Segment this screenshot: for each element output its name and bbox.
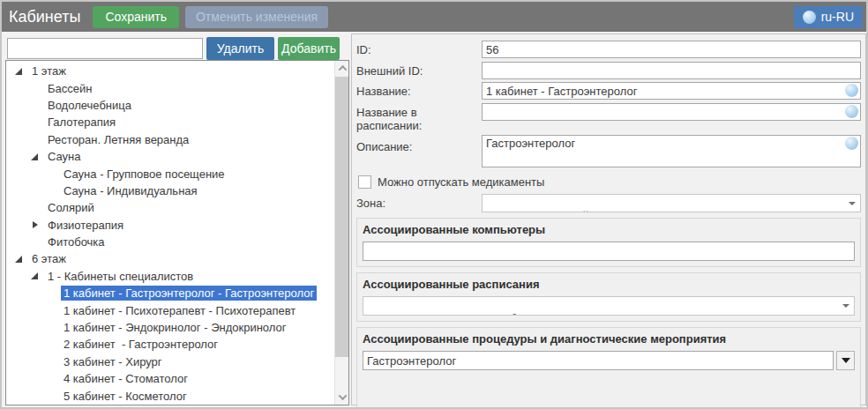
tree-item-label: 3 кабинет - Хирург bbox=[61, 354, 165, 369]
schedules-value: Гастроэнтеролог (1 кабинет специалиста) bbox=[393, 312, 616, 316]
tree-item-label: Водолечебница bbox=[45, 98, 134, 113]
description-label: Описание: bbox=[356, 135, 482, 153]
tree-item-label: 1 - Кабинеты специалистов bbox=[45, 269, 196, 284]
tree-item-label: 1 этаж bbox=[29, 63, 69, 78]
tree-expander-icon[interactable] bbox=[29, 153, 45, 160]
cabinets-app: Кабинеты Сохранить Отменить изменения ru… bbox=[0, 0, 868, 409]
cancel-changes-button[interactable]: Отменить изменения bbox=[185, 6, 328, 28]
tree-item-label: 1 кабинет - Психотерапевт - Психотерапев… bbox=[61, 303, 298, 318]
schedules-section-title: Ассоциированные расписания bbox=[363, 278, 855, 291]
tree-expander-icon[interactable] bbox=[29, 272, 45, 279]
chevron-down-icon bbox=[849, 202, 856, 205]
tree-item-label: Галотерапия bbox=[45, 115, 118, 130]
computers-field[interactable] bbox=[363, 242, 855, 261]
caret-down-icon bbox=[842, 358, 850, 363]
locale-label: ru-RU bbox=[821, 10, 854, 24]
tree-item-label: Ресторан. Летняя веранда bbox=[45, 132, 191, 147]
translate-globe-icon[interactable] bbox=[845, 137, 858, 150]
tree-item-label: 1 кабинет - Эндокринолог - Эндокринолог bbox=[61, 320, 288, 335]
procedures-section-title: Ассоциированные процедуры и диагностичес… bbox=[363, 332, 855, 346]
room-details-form: ID: Внешний ID: Название: Название в рас… bbox=[351, 33, 866, 405]
rooms-tree-panel: 1 этаж Бассейн Водолечебница Галотерапия… bbox=[5, 60, 349, 405]
tree-item[interactable]: Сауна bbox=[6, 148, 333, 165]
schedules-section: Ассоциированные расписания Гастроэнтерол… bbox=[356, 272, 861, 322]
tree-item[interactable]: Солярий bbox=[6, 199, 333, 216]
tree-item-label: Сауна bbox=[45, 149, 84, 164]
tree-item[interactable]: 1 кабинет - Эндокринолог - Эндокринолог bbox=[6, 319, 333, 336]
translate-globe-icon[interactable] bbox=[845, 105, 858, 118]
external-id-label: Внешний ID: bbox=[356, 62, 482, 78]
tree-item[interactable]: 5 кабинет - Косметолог bbox=[6, 387, 333, 404]
tree-item[interactable]: 3 кабинет - Хирург bbox=[6, 353, 333, 370]
tree-item-label: 4 кабинет - Стоматолог bbox=[61, 371, 191, 386]
tree-item[interactable]: Ресторан. Летняя веранда bbox=[6, 131, 333, 148]
page-title: Кабинеты bbox=[9, 8, 80, 26]
tree-item-label: 6 этаж bbox=[29, 251, 69, 266]
computers-section-title: Ассоциированные компьютеры bbox=[363, 223, 855, 236]
tree-item[interactable]: Физиотерапия bbox=[6, 217, 333, 234]
computers-section: Ассоциированные компьютеры bbox=[356, 218, 861, 267]
tree-item[interactable]: Фитобочка bbox=[6, 234, 333, 250]
tree-item[interactable]: 2 кабинет - Гастроэнтеролог bbox=[6, 336, 333, 353]
search-input[interactable] bbox=[7, 38, 203, 59]
tree-item[interactable]: Сауна - Групповое посещение bbox=[6, 165, 333, 182]
tree-item-label: Бассейн bbox=[45, 81, 94, 96]
tree-item[interactable]: 1 этаж bbox=[6, 63, 333, 79]
tree-expander-icon[interactable] bbox=[29, 221, 45, 228]
id-field[interactable] bbox=[482, 41, 861, 58]
procedures-section: Ассоциированные процедуры и диагностичес… bbox=[356, 327, 861, 409]
schedule-name-field[interactable] bbox=[482, 103, 861, 121]
top-bar: Кабинеты Сохранить Отменить изменения ru… bbox=[2, 2, 866, 32]
description-field[interactable]: Гастроэнтеролог bbox=[482, 135, 861, 167]
tree-scrollbar[interactable] bbox=[334, 61, 348, 405]
tree-expander-icon[interactable] bbox=[13, 256, 29, 263]
tree-toolbar: Удалить Добавить bbox=[7, 37, 349, 60]
tree-item-label: Физиотерапия bbox=[45, 218, 126, 233]
save-button[interactable]: Сохранить bbox=[93, 6, 179, 28]
add-button[interactable]: Добавить bbox=[278, 37, 340, 60]
tree-item[interactable]: Сауна - Индивидуальная bbox=[6, 182, 333, 199]
tree-item-label: Сауна - Групповое посещение bbox=[61, 167, 228, 182]
delete-button[interactable]: Удалить bbox=[206, 37, 274, 60]
procedures-field[interactable] bbox=[363, 351, 834, 370]
locale-button[interactable]: ru-RU bbox=[794, 6, 863, 28]
schedules-dropdown[interactable]: Гастроэнтеролог (1 кабинет специалиста) bbox=[363, 296, 855, 316]
tree-item[interactable]: 6 этаж bbox=[6, 250, 333, 267]
translate-globe-icon[interactable] bbox=[845, 84, 858, 97]
globe-icon bbox=[803, 11, 816, 24]
id-label: ID: bbox=[356, 41, 482, 56]
tree-item-label: Сауна - Индивидуальная bbox=[61, 183, 200, 198]
tree-item[interactable]: 1 кабинет - Психотерапевт - Психотерапев… bbox=[6, 301, 333, 318]
tree-item-label: 1 кабинет - Гастроэнтеролог - Гастроэнте… bbox=[61, 286, 317, 301]
dispense-meds-label: Можно отпускать медикаменты bbox=[378, 175, 544, 189]
tree-item-label: Солярий bbox=[45, 200, 97, 215]
name-label: Название: bbox=[356, 82, 482, 98]
tree-item-label: 2 кабинет - Гастроэнтеролог bbox=[61, 337, 221, 352]
scroll-down-icon[interactable] bbox=[335, 390, 349, 405]
zone-value: центральный корпус bbox=[518, 209, 631, 212]
tree-item[interactable]: 4 кабинет - Стоматолог bbox=[6, 370, 333, 387]
tree-item[interactable]: Бассейн bbox=[6, 79, 333, 96]
scrollbar-thumb[interactable] bbox=[335, 77, 349, 357]
zone-label: Зона: bbox=[356, 194, 482, 210]
tree-item-label: Фитобочка bbox=[45, 234, 108, 249]
schedule-name-label: Название в расписании: bbox=[356, 103, 482, 132]
scroll-up-icon[interactable] bbox=[335, 61, 349, 76]
tree-item-label: 5 кабинет - Косметолог bbox=[61, 389, 190, 404]
procedures-dropdown-button[interactable] bbox=[836, 351, 855, 370]
tree-item[interactable]: Галотерапия bbox=[6, 114, 333, 130]
name-field[interactable] bbox=[482, 82, 861, 100]
tree-item[interactable]: 1 - Кабинеты специалистов bbox=[6, 268, 333, 285]
tree-item[interactable]: 1 кабинет - Гастроэнтеролог - Гастроэнте… bbox=[6, 285, 333, 301]
tree-item[interactable]: Водолечебница bbox=[6, 97, 333, 114]
chevron-down-icon bbox=[842, 304, 849, 308]
rooms-tree: 1 этаж Бассейн Водолечебница Галотерапия… bbox=[6, 63, 333, 405]
zone-dropdown[interactable]: центральный корпус bbox=[482, 194, 861, 212]
dispense-meds-checkbox[interactable] bbox=[358, 175, 371, 189]
external-id-field[interactable] bbox=[482, 62, 861, 79]
tree-expander-icon[interactable] bbox=[13, 68, 29, 75]
